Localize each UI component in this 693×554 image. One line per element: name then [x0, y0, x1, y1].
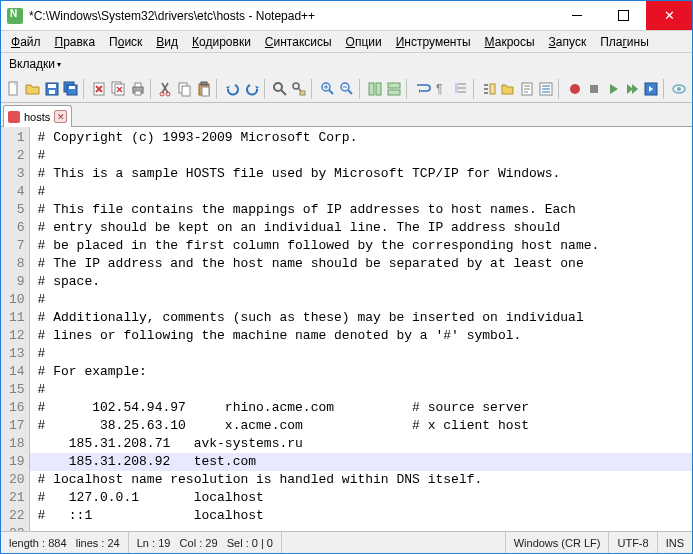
code-line[interactable]: # 127.0.0.1 localhost — [38, 489, 692, 507]
status-encoding[interactable]: UTF-8 — [609, 532, 657, 553]
svg-rect-22 — [300, 91, 305, 95]
minimize-button[interactable] — [554, 1, 600, 30]
close-all-button[interactable] — [110, 78, 128, 100]
doc-map-button[interactable] — [518, 78, 536, 100]
code-line[interactable]: # be placed in the first column followed… — [38, 237, 692, 255]
menu-syntax[interactable]: Синтаксисы — [259, 34, 338, 50]
status-eol[interactable]: Windows (CR LF) — [506, 532, 610, 553]
line-number-gutter: 123456789101112131415161718192021222324 — [1, 127, 30, 531]
code-line[interactable]: # This is a sample HOSTS file used by Mi… — [38, 165, 692, 183]
editor: 123456789101112131415161718192021222324 … — [1, 127, 692, 531]
code-line[interactable]: 185.31.208.92 test.com — [30, 453, 692, 471]
code-line[interactable]: # space. — [38, 273, 692, 291]
submenu-bar: Вкладки ▾ — [1, 53, 692, 75]
menu-edit[interactable]: Правка — [49, 34, 102, 50]
open-file-button[interactable] — [24, 78, 42, 100]
monitor-button[interactable] — [670, 78, 688, 100]
dropdown-icon[interactable]: ▾ — [57, 60, 61, 69]
menu-file[interactable]: Файл — [5, 34, 47, 50]
copy-button[interactable] — [176, 78, 194, 100]
code-line[interactable]: # — [38, 147, 692, 165]
function-list-button[interactable] — [480, 78, 498, 100]
code-line[interactable]: # The IP address and the host name shoul… — [38, 255, 692, 273]
menu-tools[interactable]: Инструменты — [390, 34, 477, 50]
menu-macros[interactable]: Макросы — [479, 34, 541, 50]
zoom-out-button[interactable] — [338, 78, 356, 100]
svg-rect-25 — [369, 83, 374, 95]
title-bar: *C:\Windows\System32\drivers\etc\hosts -… — [1, 1, 692, 31]
status-length: length : 884 lines : 24 — [1, 532, 129, 553]
save-macro-button[interactable] — [642, 78, 660, 100]
code-line[interactable]: # For example: — [38, 363, 692, 381]
svg-rect-2 — [48, 84, 56, 88]
tab-hosts[interactable]: hosts ✕ — [3, 105, 72, 127]
menu-bar: Файл Правка Поиск Вид Кодировки Синтакси… — [1, 31, 692, 53]
stop-macro-button[interactable] — [585, 78, 603, 100]
menu-search[interactable]: Поиск — [103, 34, 148, 50]
svg-rect-12 — [135, 91, 141, 95]
doc-list-button[interactable] — [537, 78, 555, 100]
status-position: Ln : 19 Col : 29 Sel : 0 | 0 — [129, 532, 282, 553]
svg-point-20 — [274, 83, 282, 91]
svg-rect-28 — [388, 90, 400, 95]
menu-run[interactable]: Запуск — [543, 34, 593, 50]
code-line[interactable]: # entry should be kept on an individual … — [38, 219, 692, 237]
code-line[interactable]: # localhost name resolution is handled w… — [38, 471, 692, 489]
svg-text:¶: ¶ — [436, 82, 442, 96]
new-file-button[interactable] — [5, 78, 23, 100]
sync-h-button[interactable] — [385, 78, 403, 100]
svg-point-34 — [570, 84, 580, 94]
svg-rect-16 — [182, 86, 190, 96]
tab-close-button[interactable]: ✕ — [54, 110, 67, 123]
close-button[interactable] — [646, 1, 692, 30]
undo-button[interactable] — [224, 78, 242, 100]
find-button[interactable] — [271, 78, 289, 100]
svg-rect-30 — [455, 83, 458, 93]
close-file-button[interactable] — [91, 78, 109, 100]
replace-button[interactable] — [290, 78, 308, 100]
menu-encodings[interactable]: Кодировки — [186, 34, 257, 50]
app-icon — [7, 8, 23, 24]
folder-view-button[interactable] — [499, 78, 517, 100]
sync-v-button[interactable] — [366, 78, 384, 100]
submenu-tabs[interactable]: Вкладки — [9, 57, 55, 71]
code-line[interactable]: # — [38, 291, 692, 309]
code-line[interactable]: # This file contains the mappings of IP … — [38, 201, 692, 219]
indent-guide-button[interactable] — [452, 78, 470, 100]
code-line[interactable]: # — [38, 183, 692, 201]
svg-rect-18 — [201, 82, 207, 85]
status-bar: length : 884 lines : 24 Ln : 19 Col : 29… — [1, 531, 692, 553]
paste-button[interactable] — [195, 78, 213, 100]
tab-bar: hosts ✕ — [1, 103, 692, 127]
file-modified-icon — [8, 111, 20, 123]
tab-label: hosts — [24, 111, 50, 123]
code-area[interactable]: # Copyright (c) 1993-2009 Microsoft Corp… — [30, 127, 692, 531]
toolbar: ¶ — [1, 75, 692, 103]
wrap-button[interactable] — [414, 78, 432, 100]
save-button[interactable] — [43, 78, 61, 100]
code-line[interactable]: # Copyright (c) 1993-2009 Microsoft Corp… — [38, 129, 692, 147]
save-all-button[interactable] — [62, 78, 80, 100]
code-line[interactable]: # Additionally, comments (such as these)… — [38, 309, 692, 327]
play-macro-button[interactable] — [604, 78, 622, 100]
menu-plugins[interactable]: Плагины — [594, 34, 655, 50]
zoom-in-button[interactable] — [319, 78, 337, 100]
record-macro-button[interactable] — [566, 78, 584, 100]
code-line[interactable]: # — [38, 381, 692, 399]
redo-button[interactable] — [243, 78, 261, 100]
code-line[interactable]: # lines or following the machine name de… — [38, 327, 692, 345]
svg-rect-19 — [202, 87, 209, 96]
code-line[interactable]: # 38.25.63.10 x.acme.com # x client host — [38, 417, 692, 435]
code-line[interactable]: 185.31.208.71 avk-systems.ru — [38, 435, 692, 453]
show-all-chars-button[interactable]: ¶ — [433, 78, 451, 100]
maximize-button[interactable] — [600, 1, 646, 30]
cut-button[interactable] — [157, 78, 175, 100]
print-button[interactable] — [129, 78, 147, 100]
code-line[interactable]: # ::1 localhost — [38, 507, 692, 525]
menu-view[interactable]: Вид — [150, 34, 184, 50]
menu-options[interactable]: Опции — [340, 34, 388, 50]
play-multi-button[interactable] — [623, 78, 641, 100]
code-line[interactable]: # 102.54.94.97 rhino.acme.com # source s… — [38, 399, 692, 417]
code-line[interactable]: # — [38, 345, 692, 363]
status-mode[interactable]: INS — [658, 532, 692, 553]
